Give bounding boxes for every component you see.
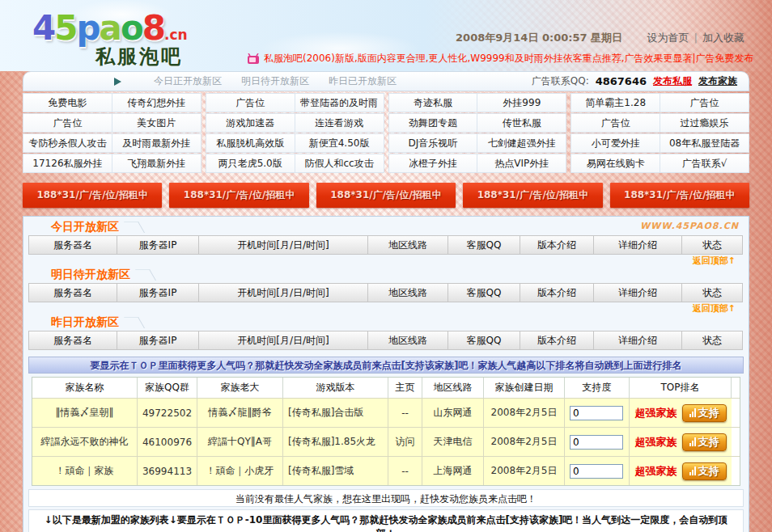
server-col-header: 服务器IP bbox=[117, 235, 199, 255]
support-count-input[interactable] bbox=[570, 406, 623, 420]
back-to-top-link[interactable]: 返回顶部↑ bbox=[693, 303, 736, 314]
grid-group: 奇迹私服外挂999 bbox=[388, 93, 567, 112]
family-region-line: 天津电信 bbox=[422, 428, 484, 456]
grid-link[interactable]: 劲舞团专题 bbox=[388, 113, 478, 133]
grid-link[interactable]: 免费电影 bbox=[23, 93, 112, 112]
support-button-label: 支持 bbox=[698, 406, 719, 420]
grid-link[interactable]: 新便宜4.50版 bbox=[295, 133, 384, 153]
support-button[interactable]: 支持 bbox=[682, 433, 727, 451]
family-table-row: ！頑命｜家族36994113！頑命｜小虎牙[传奇私服]雪域--上海网通2008年… bbox=[32, 457, 740, 485]
back-top-row: 返回顶部↑ bbox=[28, 255, 744, 266]
grid-link[interactable]: 广告联系√ bbox=[660, 154, 749, 173]
support-count-input[interactable] bbox=[570, 435, 623, 450]
family-leader: ！頑命｜小虎牙 bbox=[197, 457, 283, 485]
grid-link[interactable]: 冰橙子外挂 bbox=[388, 154, 478, 173]
server-col-header: 客服QQ bbox=[448, 331, 520, 350]
grid-link[interactable]: 广告位 bbox=[571, 113, 660, 133]
ad-banner-0[interactable]: 188*31/广/告/位/招租中 bbox=[23, 183, 162, 208]
family-support-cell bbox=[565, 428, 630, 456]
grid-group: 广告位美女图片 bbox=[23, 113, 201, 133]
server-col-header: 地区线路 bbox=[367, 283, 448, 302]
grid-link[interactable]: 广告位 bbox=[206, 93, 295, 112]
grid-link[interactable]: 奇迹私服 bbox=[388, 93, 478, 112]
family-qq: 49722502 bbox=[138, 399, 197, 427]
set-homepage-link[interactable]: 设为首页 bbox=[647, 32, 689, 44]
section-title: 明日待开放新区 bbox=[51, 268, 130, 282]
family-name: 縡諨永远不败的神化 bbox=[32, 428, 138, 456]
grid-link[interactable]: 及时雨最新外挂 bbox=[112, 133, 201, 153]
grid-link[interactable]: 传奇幻想外挂 bbox=[112, 93, 201, 112]
grid-link[interactable]: 外挂999 bbox=[477, 93, 566, 112]
support-count-input[interactable] bbox=[570, 464, 623, 479]
bar-chart-icon bbox=[689, 437, 696, 446]
family-created-date: 2008年2月5日 bbox=[484, 399, 565, 427]
grid-link[interactable]: 两只老虎5.0版 bbox=[206, 154, 295, 173]
header-meta: 2008年9月14日 0:00:57 星期日 设为首页|加入收藏 bbox=[456, 31, 744, 45]
publish-family-link[interactable]: 发布家族 bbox=[698, 74, 737, 88]
family-name: ‖情義〆皇朝‖ bbox=[32, 399, 138, 427]
grid-group: DJ音乐视听七剑健超强外挂 bbox=[388, 133, 567, 153]
support-button[interactable]: 支持 bbox=[682, 404, 727, 422]
grid-link[interactable]: 小可爱外挂 bbox=[571, 133, 660, 153]
grid-link[interactable]: DJ音乐视听 bbox=[388, 133, 478, 153]
grid-link[interactable]: 传世私服 bbox=[477, 113, 566, 133]
grid-group: 专防秒杀假人攻击及时雨最新外挂 bbox=[23, 133, 201, 153]
publish-sifu-link[interactable]: 发布私服 bbox=[653, 74, 692, 88]
family-col-header: 游戏版本 bbox=[283, 378, 388, 398]
grid-link[interactable]: 连连看游戏 bbox=[295, 113, 384, 133]
ad-banner-2[interactable]: 188*31/广/告/位/招租中 bbox=[316, 183, 456, 208]
ad-banner-1[interactable]: 188*31/广/告/位/招租中 bbox=[169, 183, 308, 208]
nav-link-1[interactable]: 明日待开放新区 bbox=[241, 74, 309, 88]
grid-link[interactable]: 游戏加速器 bbox=[206, 113, 295, 133]
family-col-header: 家族创建日期 bbox=[484, 378, 565, 398]
back-top-row: 返回顶部↑ bbox=[28, 302, 744, 314]
site-logo[interactable]: 45pao8.cn 私服泡吧 bbox=[32, 11, 188, 66]
logo-text: 45pao8 bbox=[32, 8, 164, 48]
super-family-badge: 超强家族 bbox=[635, 406, 677, 420]
family-homepage-link[interactable]: -- bbox=[388, 457, 422, 485]
add-favorite-link[interactable]: 加入收藏 bbox=[702, 32, 744, 44]
server-col-header: 版本介绍 bbox=[520, 331, 594, 350]
super-family-badge: 超强家族 bbox=[635, 435, 677, 450]
section-title: 今日开放新区 bbox=[51, 220, 119, 234]
family-homepage-link[interactable]: -- bbox=[388, 399, 422, 427]
server-col-header: 详细介绍 bbox=[593, 283, 682, 302]
grid-link[interactable]: 带登陆器的及时雨 bbox=[295, 93, 384, 112]
super-family-badge: 超强家族 bbox=[635, 464, 677, 479]
ad-banner-3[interactable]: 188*31/广/告/位/招租中 bbox=[463, 183, 602, 208]
grid-link[interactable]: 私服脱机高效版 bbox=[206, 133, 295, 153]
nav-link-2[interactable]: 昨日已开放新区 bbox=[329, 74, 397, 88]
site-url-text: WWW.45PAO8.CN bbox=[640, 221, 739, 231]
family-homepage-link[interactable]: 访问 bbox=[388, 428, 422, 456]
grid-link[interactable]: 专防秒杀假人攻击 bbox=[23, 133, 112, 153]
family-table-row: 縡諨永远不败的神化46100976縡諨十QY‖A哥[传奇私服]1.85火龙访问天… bbox=[32, 428, 740, 457]
grid-link[interactable]: 简单霸主1.28 bbox=[571, 93, 660, 112]
server-col-header: 版本介绍 bbox=[520, 235, 594, 255]
bar-chart-icon bbox=[689, 467, 696, 475]
no-family-notice: 当前没有最佳人气家族，想在这里出现吗，赶快发动您族员来点击吧！ bbox=[28, 489, 744, 507]
nav-link-0[interactable]: 今日正开放新区 bbox=[154, 74, 222, 88]
family-support-cell bbox=[565, 457, 630, 485]
ad-banner-4[interactable]: 188*31/广/告/位/招租中 bbox=[610, 183, 749, 208]
support-button[interactable]: 支持 bbox=[682, 462, 727, 480]
grid-group: 17126私服外挂飞翔最新外挂 bbox=[23, 154, 201, 173]
server-col-header: 服务器名 bbox=[28, 331, 117, 350]
server-col-header: 客服QQ bbox=[448, 235, 520, 255]
grid-group: 广告位带登陆器的及时雨 bbox=[206, 93, 384, 112]
grid-link[interactable]: 美女图片 bbox=[112, 113, 201, 133]
grid-link[interactable]: 飞翔最新外挂 bbox=[112, 154, 201, 173]
grid-link[interactable]: 过过瘾娱乐 bbox=[660, 113, 749, 133]
grid-link[interactable]: 防假人和cc攻击 bbox=[295, 154, 384, 173]
grid-link[interactable]: 08年私服登陆器 bbox=[660, 133, 749, 153]
grid-link[interactable]: 热点VIP外挂 bbox=[477, 154, 566, 173]
server-col-header: 服务器名 bbox=[28, 283, 117, 302]
grid-link[interactable]: 17126私服外挂 bbox=[23, 154, 112, 173]
family-col-header: 家族名称 bbox=[32, 378, 138, 398]
family-game-version: [传奇私服]1.85火龙 bbox=[283, 428, 388, 456]
grid-link[interactable]: 广告位 bbox=[660, 93, 749, 112]
family-table: 家族名称家族QQ群家族老大游戏版本主页地区线路家族创建日期支持度TOP排名‖情義… bbox=[32, 377, 740, 486]
grid-link[interactable]: 广告位 bbox=[23, 113, 112, 133]
grid-link[interactable]: 七剑健超强外挂 bbox=[477, 133, 566, 153]
back-to-top-link[interactable]: 返回顶部↑ bbox=[693, 255, 736, 266]
grid-link[interactable]: 易网在线购卡 bbox=[571, 154, 660, 173]
